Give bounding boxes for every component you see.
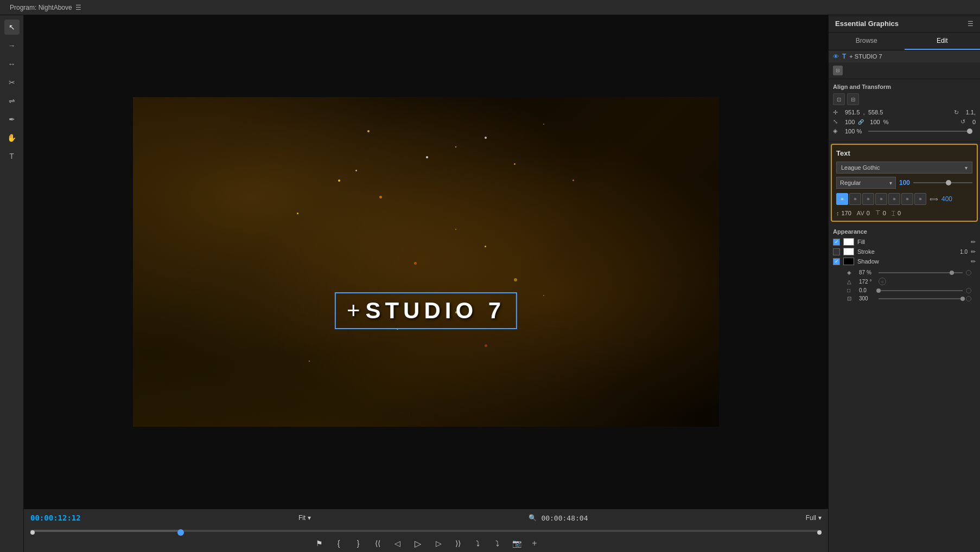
tab-browse[interactable]: Browse — [829, 33, 905, 50]
stroke-checkbox[interactable] — [833, 248, 840, 255]
opacity-value[interactable]: 100 % — [845, 128, 862, 134]
step-forward-button[interactable]: ▷ — [432, 537, 445, 550]
out-point-button[interactable]: } — [352, 537, 365, 550]
shadow-blur-value[interactable]: 300 — [859, 296, 875, 301]
track-select-tool[interactable]: → — [4, 38, 20, 53]
shadow-color-swatch[interactable] — [843, 258, 854, 265]
tsf-icon: ⊤ — [875, 209, 881, 216]
shadow-checkbox[interactable]: ✓ — [833, 258, 840, 265]
align-justify-center-button[interactable]: ≡ — [888, 193, 900, 205]
scale-w[interactable]: 100 — [845, 119, 855, 125]
panel-menu-icon[interactable]: ☰ — [968, 20, 973, 28]
shadow-distance-circle — [966, 288, 971, 293]
shadow-angle-value[interactable]: 172 ° — [859, 279, 875, 285]
kerning-value[interactable]: 0 — [867, 210, 870, 216]
rotation-value[interactable]: 1.1, — [966, 109, 976, 115]
shadow-distance-value[interactable]: 0.0 — [859, 287, 875, 293]
razor-tool[interactable]: ✂ — [4, 75, 20, 90]
position-y[interactable]: 558.5 — [868, 109, 883, 115]
font-size-slider[interactable] — [913, 182, 972, 183]
tab-edit[interactable]: Edit — [905, 33, 981, 50]
stroke-edit-icon[interactable]: ✏ — [971, 248, 976, 255]
layer-item[interactable]: 👁 T + STUDIO 7 — [829, 50, 980, 62]
align-center-button[interactable]: ≡ — [849, 193, 861, 205]
progress-start-handle[interactable] — [30, 530, 35, 535]
align-justify-left-button[interactable]: ≡ — [875, 193, 887, 205]
shadow-edit-icon[interactable]: ✏ — [971, 258, 976, 265]
in-point-button[interactable]: { — [332, 537, 345, 550]
rotation-icon: ↻ — [954, 109, 963, 116]
stroke-row: Stroke 1.0 ✏ — [833, 248, 976, 255]
tracking-value[interactable]: 400 — [941, 195, 952, 203]
insert-button[interactable]: ⤵ — [471, 537, 484, 550]
scale-unit: % — [883, 119, 889, 125]
slip-tool[interactable]: ⇌ — [4, 93, 20, 108]
full-chevron-icon[interactable]: ▾ — [818, 514, 822, 522]
zoom-icon: 🔍 — [529, 514, 537, 522]
fill-color-swatch[interactable] — [843, 238, 854, 246]
add-control-button[interactable]: + — [530, 538, 539, 548]
progress-end-handle[interactable] — [817, 530, 822, 535]
selection-tool[interactable]: ↖ — [4, 20, 20, 35]
align-justify-all-button[interactable]: ≡ — [914, 193, 926, 205]
shadow-opacity-handle[interactable] — [950, 271, 954, 275]
text-align-row: ≡ ≡ ≡ ≡ ≡ ≡ ≡ ⟺ 400 — [836, 193, 972, 205]
go-to-out-button[interactable]: ⟩⟩ — [451, 537, 464, 550]
shadow-opacity-slider[interactable] — [879, 272, 963, 273]
leading-value[interactable]: 170 — [842, 210, 851, 216]
align-right-button[interactable]: ≡ — [862, 193, 874, 205]
fill-checkbox[interactable]: ✓ — [833, 239, 840, 246]
align-justify-right-button[interactable]: ≡ — [901, 193, 913, 205]
step-back-button[interactable]: ◁ — [391, 537, 404, 550]
layer-type-icon: T — [842, 53, 846, 60]
style-dropdown-arrow-icon: ▾ — [889, 180, 892, 186]
text-overlay[interactable]: + STUDIO 7 — [335, 292, 517, 329]
shadow-distance-slider[interactable] — [879, 290, 963, 291]
stroke-color-swatch[interactable] — [843, 248, 854, 255]
ripple-edit-tool[interactable]: ↔ — [4, 56, 20, 72]
rotation2-value[interactable]: 0 — [972, 119, 976, 125]
shadow-blur-slider[interactable] — [879, 298, 963, 299]
tsf-kerning-control: ⊤ 0 — [875, 209, 886, 216]
playback-controls: ⚑ { } ⟨⟨ ◁ ▷ ▷ ⟩⟩ ⤵ ⤵ 📷 + — [24, 535, 828, 551]
tsf-value[interactable]: 0 — [883, 210, 886, 216]
play-button[interactable]: ▷ — [410, 536, 425, 551]
fill-edit-icon[interactable]: ✏ — [971, 239, 976, 246]
font-size-handle[interactable] — [946, 180, 951, 185]
position-x[interactable]: 951.5 — [845, 109, 860, 115]
type-tool[interactable]: T — [4, 149, 20, 164]
progress-fill — [30, 530, 181, 532]
left-toolbar: ↖ → ↔ ✂ ⇌ ✒ ✋ T — [0, 15, 24, 552]
shadow-distance-handle[interactable] — [876, 288, 881, 293]
playhead[interactable] — [177, 529, 184, 536]
add-marker-button[interactable]: ⚑ — [313, 537, 326, 550]
full-selector[interactable]: Full ▾ — [806, 514, 822, 522]
scale-h[interactable]: 100 — [870, 119, 880, 125]
kerning-row: ↕ 170 AV 0 ⊤ 0 ⌶ 0 — [836, 209, 972, 216]
align-btn-2[interactable]: ⊟ — [847, 93, 859, 105]
align-left-button[interactable]: ≡ — [836, 193, 848, 205]
go-to-in-button[interactable]: ⟨⟨ — [371, 537, 384, 550]
shadow-blur-handle[interactable] — [960, 297, 965, 301]
font-style: Regular — [840, 179, 887, 186]
hand-tool[interactable]: ✋ — [4, 130, 20, 145]
shadow-opacity-icon: ◈ — [847, 269, 856, 275]
layer-visibility-icon[interactable]: 👁 — [833, 53, 839, 60]
overwrite-button[interactable]: ⤵ — [491, 537, 504, 550]
fit-selector[interactable]: Fit ▾ — [298, 514, 311, 522]
timeline-progress[interactable] — [24, 527, 828, 535]
baseline-value[interactable]: 0 — [898, 210, 901, 216]
shadow-opacity-value[interactable]: 87 % — [859, 269, 875, 275]
shadow-angle-dial[interactable]: ○ — [879, 278, 886, 285]
font-dropdown[interactable]: League Gothic ▾ — [836, 162, 972, 174]
font-size-value[interactable]: 100 — [899, 179, 910, 187]
fit-chevron-icon[interactable]: ▾ — [308, 514, 311, 522]
pen-tool[interactable]: ✒ — [4, 112, 20, 127]
font-style-dropdown[interactable]: Regular ▾ — [836, 177, 896, 189]
shadow-distance-icon: □ — [847, 287, 856, 293]
kerning-control: AV 0 — [857, 210, 870, 216]
export-frame-button[interactable]: 📷 — [510, 537, 523, 550]
hamburger-icon[interactable]: ☰ — [75, 4, 81, 11]
align-btn-1[interactable]: ⊡ — [833, 93, 845, 105]
stroke-value[interactable]: 1.0 — [960, 249, 968, 255]
